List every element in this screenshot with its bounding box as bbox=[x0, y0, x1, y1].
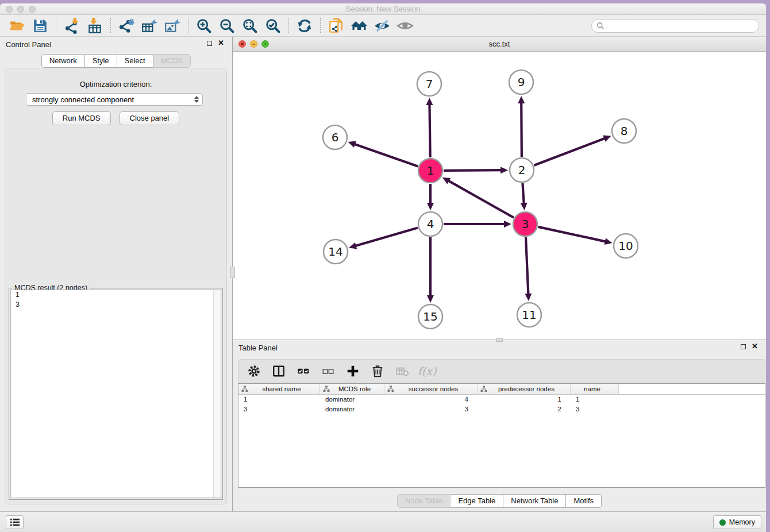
cell-MCDS-role[interactable]: dominator bbox=[320, 396, 384, 403]
export-table-icon[interactable] bbox=[141, 17, 158, 34]
tab-node-table[interactable]: Node Table bbox=[397, 494, 451, 508]
cell-successor-nodes[interactable]: 3 bbox=[384, 406, 478, 413]
vertical-splitter-handle[interactable] bbox=[230, 267, 235, 278]
mcds-result-item[interactable]: 1 bbox=[11, 290, 221, 300]
cell-successor-nodes[interactable]: 4 bbox=[384, 396, 478, 403]
cell-name[interactable]: 3 bbox=[571, 406, 619, 413]
table-panel-float-icon[interactable] bbox=[741, 344, 746, 349]
memory-button[interactable]: Memory bbox=[713, 515, 761, 529]
tab-select[interactable]: Select bbox=[117, 54, 153, 68]
table-row[interactable]: 3dominator323 bbox=[238, 404, 765, 414]
column-header-shared-name[interactable]: shared name bbox=[238, 384, 320, 394]
graph-node-7[interactable]: 7 bbox=[417, 72, 441, 96]
network-window-titlebar[interactable]: ✕ − + scc.txt bbox=[233, 37, 766, 52]
deselect-all-icon[interactable] bbox=[321, 364, 336, 379]
column-header-MCDS-role[interactable]: MCDS role bbox=[320, 384, 384, 394]
cell-MCDS-role[interactable]: dominator bbox=[320, 406, 384, 413]
result-scrollbar[interactable] bbox=[213, 290, 221, 498]
tab-network[interactable]: Network bbox=[41, 54, 85, 68]
cell-shared-name[interactable]: 3 bbox=[238, 406, 320, 413]
export-image-icon[interactable] bbox=[164, 17, 181, 34]
horizontal-splitter-handle[interactable] bbox=[496, 338, 503, 342]
tab-motifs[interactable]: Motifs bbox=[566, 494, 602, 508]
window-zoom-button[interactable] bbox=[29, 6, 36, 13]
first-neighbors-icon[interactable] bbox=[351, 17, 368, 34]
graph-node-9[interactable]: 9 bbox=[509, 70, 533, 94]
graph-node-10[interactable]: 10 bbox=[614, 234, 638, 258]
edge-4-to-15[interactable] bbox=[427, 237, 434, 303]
zoom-selected-icon[interactable] bbox=[264, 17, 282, 34]
import-table-icon[interactable] bbox=[86, 17, 103, 34]
window-close-button[interactable] bbox=[6, 6, 13, 13]
edge-3-to-1[interactable] bbox=[442, 178, 514, 218]
delete-column-icon[interactable] bbox=[370, 364, 385, 379]
table-settings-gear-icon[interactable] bbox=[247, 364, 261, 379]
open-session-icon[interactable] bbox=[9, 17, 26, 34]
edge-3-to-11[interactable] bbox=[525, 237, 532, 301]
tab-edge-table[interactable]: Edge Table bbox=[451, 494, 503, 508]
graph-node-1[interactable]: 1 bbox=[418, 159, 442, 183]
graph-node-6[interactable]: 6 bbox=[323, 125, 347, 149]
graph-node-15[interactable]: 15 bbox=[418, 304, 442, 329]
column-header-name[interactable]: name bbox=[571, 384, 619, 394]
edge-4-to-3[interactable] bbox=[444, 221, 511, 228]
edge-4-to-14[interactable] bbox=[349, 228, 418, 249]
edge-1-to-7[interactable] bbox=[426, 98, 433, 157]
export-network-icon[interactable] bbox=[118, 17, 135, 34]
cell-name[interactable]: 1 bbox=[571, 396, 619, 403]
window-traffic-lights[interactable] bbox=[6, 6, 36, 13]
cell-shared-name[interactable]: 1 bbox=[238, 396, 320, 403]
show-columns-icon[interactable] bbox=[271, 364, 286, 379]
mcds-result-list[interactable]: 13 bbox=[10, 290, 221, 498]
mcds-result-item[interactable]: 3 bbox=[11, 300, 221, 310]
select-all-icon[interactable] bbox=[296, 364, 311, 379]
control-panel-close-icon[interactable]: ✕ bbox=[218, 40, 224, 46]
graph-node-4[interactable]: 4 bbox=[418, 212, 442, 236]
show-all-icon[interactable] bbox=[396, 17, 414, 34]
optimization-criterion-select[interactable]: strongly connected component bbox=[26, 93, 203, 106]
search-input[interactable] bbox=[607, 22, 754, 30]
network-close-button[interactable]: ✕ bbox=[238, 40, 246, 48]
task-history-button[interactable] bbox=[6, 515, 24, 529]
edge-2-to-8[interactable] bbox=[534, 136, 611, 165]
table-row[interactable]: 1dominator411 bbox=[238, 395, 765, 404]
hide-selected-icon[interactable] bbox=[374, 17, 391, 34]
graph-node-3[interactable]: 3 bbox=[513, 212, 537, 236]
cell-predecessor-nodes[interactable]: 2 bbox=[478, 406, 571, 413]
graph-node-14[interactable]: 14 bbox=[324, 240, 348, 264]
column-header-predecessor-nodes[interactable]: predecessor nodes bbox=[478, 384, 571, 394]
node-table[interactable]: shared nameMCDS rolesuccessor nodesprede… bbox=[238, 383, 765, 488]
tab-style[interactable]: Style bbox=[85, 54, 117, 68]
window-minimize-button[interactable] bbox=[17, 6, 24, 13]
edge-1-to-6[interactable] bbox=[348, 141, 418, 167]
edge-2-to-3[interactable] bbox=[521, 183, 528, 210]
graph-node-8[interactable]: 8 bbox=[612, 119, 636, 143]
tab-network-table[interactable]: Network Table bbox=[503, 494, 566, 508]
edge-2-to-9[interactable] bbox=[518, 96, 525, 157]
network-minimize-button[interactable]: − bbox=[250, 40, 257, 48]
import-network-icon[interactable] bbox=[63, 17, 80, 34]
graph-node-11[interactable]: 11 bbox=[517, 303, 541, 327]
edge-1-to-2[interactable] bbox=[444, 167, 508, 174]
refresh-icon[interactable] bbox=[296, 17, 313, 34]
zoom-fit-icon[interactable] bbox=[241, 17, 259, 34]
table-header-row[interactable]: shared nameMCDS rolesuccessor nodesprede… bbox=[238, 384, 765, 395]
graph-node-2[interactable]: 2 bbox=[510, 158, 534, 182]
column-header-successor-nodes[interactable]: successor nodes bbox=[384, 384, 478, 394]
tab-mcds[interactable]: MCDS bbox=[153, 54, 191, 68]
save-session-icon[interactable] bbox=[32, 17, 49, 34]
zoom-in-icon[interactable] bbox=[195, 17, 213, 34]
edge-3-to-10[interactable] bbox=[538, 227, 612, 245]
edge-1-to-4[interactable] bbox=[427, 184, 434, 210]
search-field[interactable] bbox=[591, 19, 759, 33]
create-column-icon[interactable] bbox=[345, 364, 360, 379]
network-maximize-button[interactable]: + bbox=[261, 40, 269, 48]
close-panel-button[interactable]: Close panel bbox=[120, 111, 180, 125]
network-canvas[interactable]: 7968124314101511 bbox=[233, 52, 766, 340]
run-mcds-button[interactable]: Run MCDS bbox=[52, 111, 111, 125]
table-panel-close-icon[interactable]: ✕ bbox=[752, 344, 758, 349]
control-panel-float-icon[interactable] bbox=[207, 41, 212, 46]
cell-predecessor-nodes[interactable]: 1 bbox=[478, 396, 571, 403]
copy-network-view-icon[interactable] bbox=[328, 17, 345, 34]
zoom-out-icon[interactable] bbox=[218, 17, 236, 34]
